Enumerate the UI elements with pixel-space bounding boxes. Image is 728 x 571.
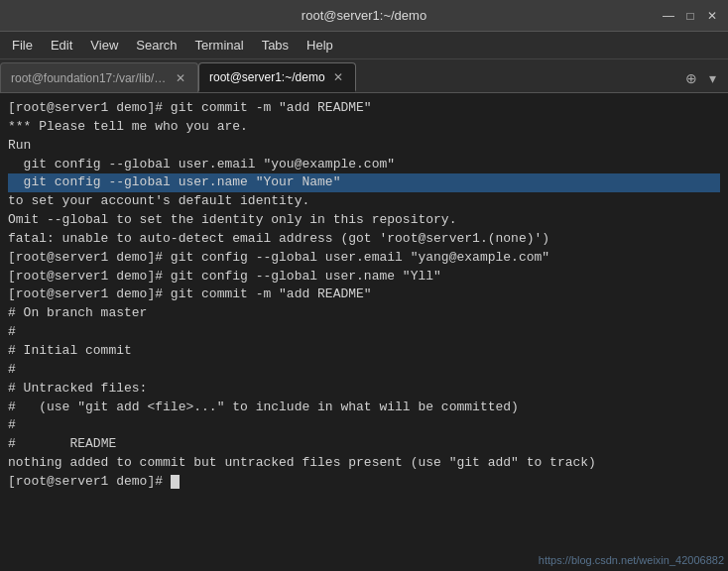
tab-0-close[interactable]: ✕: [174, 71, 187, 85]
menu-item-search[interactable]: Search: [128, 36, 184, 55]
maximize-button[interactable]: □: [682, 9, 698, 23]
terminal-line-18: # Initial commit: [8, 342, 720, 361]
watermark: https://blog.csdn.net/weixin_42006882: [539, 553, 724, 569]
tab-1-label: root@server1:~/demo: [209, 70, 325, 84]
menu-bar: FileEditViewSearchTerminalTabsHelp: [0, 32, 728, 59]
terminal-line-13: [root@server1 demo]# git config --global…: [8, 249, 720, 268]
menu-item-file[interactable]: File: [4, 36, 41, 55]
tab-0-label: root@foundation17:/var/lib/libvirt/i...: [11, 71, 168, 85]
menu-item-terminal[interactable]: Terminal: [187, 36, 252, 55]
minimize-button[interactable]: —: [661, 9, 676, 23]
title-bar: root@server1:~/demo — □ ✕: [0, 0, 728, 32]
menu-item-help[interactable]: Help: [299, 36, 341, 55]
terminal-line-0: [root@server1 demo]# git commit -m "add …: [8, 99, 720, 118]
window-title: root@server1:~/demo: [67, 8, 661, 23]
tab-bar: root@foundation17:/var/lib/libvirt/i... …: [0, 59, 728, 93]
tab-bar-actions: ⊕ ▾: [681, 68, 728, 92]
terminal-cursor: [171, 475, 180, 489]
terminal-line-23: # README: [8, 435, 720, 454]
terminal-line-12: fatal: unable to auto-detect email addre…: [8, 230, 720, 249]
tab-menu-button[interactable]: ▾: [705, 68, 720, 88]
menu-item-view[interactable]: View: [82, 36, 126, 55]
terminal-line-21: # (use "git add <file>..." to include in…: [8, 399, 720, 417]
menu-item-edit[interactable]: Edit: [43, 36, 80, 55]
terminal-line-16: # On branch master: [8, 304, 720, 323]
window-controls: — □ ✕: [661, 9, 720, 23]
new-tab-button[interactable]: ⊕: [681, 68, 701, 88]
tab-1-close[interactable]: ✕: [331, 70, 345, 84]
terminal-line-15: [root@server1 demo]# git commit -m "add …: [8, 286, 720, 304]
terminal-line-6: git config --global user.email "you@exam…: [8, 156, 720, 174]
terminal-line-19: #: [8, 361, 720, 380]
menu-item-tabs[interactable]: Tabs: [254, 36, 297, 55]
tab-0[interactable]: root@foundation17:/var/lib/libvirt/i... …: [0, 62, 198, 92]
terminal-line-2: *** Please tell me who you are.: [8, 118, 720, 137]
terminal-line-25: [root@server1 demo]#: [8, 473, 720, 492]
terminal-line-9: to set your account's default identity.: [8, 192, 720, 211]
terminal-line-7: git config --global user.name "Your Name…: [8, 173, 720, 192]
terminal-line-4: Run: [8, 137, 720, 156]
terminal-line-20: # Untracked files:: [8, 380, 720, 399]
terminal-line-17: #: [8, 323, 720, 342]
terminal-line-14: [root@server1 demo]# git config --global…: [8, 268, 720, 286]
terminal-line-10: Omit --global to set the identity only i…: [8, 211, 720, 230]
close-button[interactable]: ✕: [704, 9, 720, 23]
terminal-line-24: nothing added to commit but untracked fi…: [8, 454, 720, 473]
tab-1[interactable]: root@server1:~/demo ✕: [198, 62, 356, 92]
terminal-content: [root@server1 demo]# git commit -m "add …: [0, 93, 728, 571]
terminal-line-22: #: [8, 416, 720, 435]
